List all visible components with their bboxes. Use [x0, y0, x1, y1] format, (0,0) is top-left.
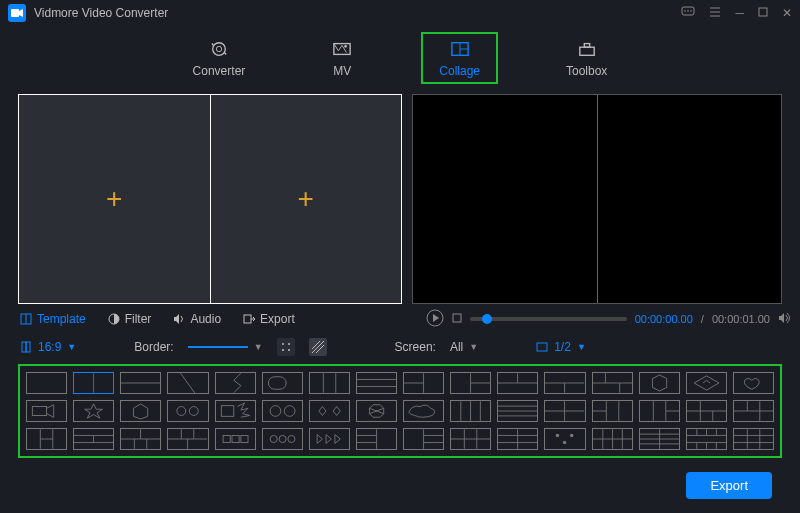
template-item[interactable]	[120, 428, 161, 450]
template-item[interactable]	[73, 400, 114, 422]
maximize-icon[interactable]	[758, 6, 768, 20]
template-item[interactable]	[403, 428, 444, 450]
template-item[interactable]	[26, 372, 67, 394]
template-item[interactable]	[215, 372, 256, 394]
tab-mv-label: MV	[333, 64, 351, 78]
subtab-template-label: Template	[37, 312, 86, 326]
template-item[interactable]	[309, 428, 350, 450]
template-item[interactable]	[592, 400, 633, 422]
template-item[interactable]	[215, 400, 256, 422]
template-item[interactable]	[167, 400, 208, 422]
template-item[interactable]	[356, 372, 397, 394]
sub-tabs: Template Filter Audio Export	[0, 304, 422, 334]
border-label: Border:	[134, 340, 173, 354]
svg-point-9	[213, 43, 226, 56]
tab-collage[interactable]: Collage	[421, 32, 498, 84]
app-title: Vidmore Video Converter	[34, 6, 681, 20]
template-item[interactable]	[497, 400, 538, 422]
tab-toolbox[interactable]: Toolbox	[548, 32, 625, 84]
template-item[interactable]	[26, 400, 67, 422]
template-item[interactable]	[450, 372, 491, 394]
aspect-ratio-select[interactable]: 16:9 ▼	[20, 340, 76, 354]
template-item[interactable]	[497, 372, 538, 394]
template-item[interactable]	[356, 400, 397, 422]
template-item[interactable]	[544, 400, 585, 422]
template-item[interactable]	[403, 372, 444, 394]
close-icon[interactable]: ✕	[782, 6, 792, 20]
stop-button[interactable]	[452, 313, 462, 325]
svg-point-28	[288, 349, 290, 351]
template-item[interactable]	[120, 400, 161, 422]
page-select[interactable]: 1/2 ▼	[536, 340, 586, 354]
tab-mv[interactable]: MV	[313, 32, 371, 84]
template-item[interactable]	[733, 400, 774, 422]
border-pattern-button[interactable]	[309, 338, 327, 356]
template-item[interactable]	[639, 400, 680, 422]
template-item[interactable]	[262, 372, 303, 394]
svg-rect-16	[579, 47, 593, 55]
template-item[interactable]	[450, 400, 491, 422]
template-item[interactable]	[309, 400, 350, 422]
template-item[interactable]	[639, 428, 680, 450]
template-item[interactable]	[73, 372, 114, 394]
subtab-filter[interactable]: Filter	[108, 312, 152, 326]
menu-icon[interactable]	[709, 6, 721, 21]
svg-point-99	[288, 435, 295, 442]
template-item[interactable]	[356, 428, 397, 450]
chat-icon[interactable]	[681, 6, 695, 21]
template-item[interactable]	[686, 400, 727, 422]
play-button[interactable]	[426, 309, 444, 329]
tab-converter[interactable]: Converter	[175, 32, 264, 84]
template-item[interactable]	[120, 372, 161, 394]
subtab-export[interactable]: Export	[243, 312, 295, 326]
template-item[interactable]	[497, 428, 538, 450]
preview-panel	[412, 94, 782, 304]
template-item[interactable]	[262, 400, 303, 422]
chevron-down-icon: ▼	[469, 342, 478, 352]
template-item[interactable]	[686, 372, 727, 394]
template-item[interactable]	[733, 372, 774, 394]
border-select[interactable]: ▼	[188, 342, 263, 352]
svg-point-3	[688, 10, 690, 12]
screen-select[interactable]: All ▼	[450, 340, 478, 354]
svg-rect-17	[584, 44, 589, 48]
titlebar: Vidmore Video Converter ─ ✕	[0, 0, 800, 26]
template-item[interactable]	[167, 372, 208, 394]
svg-point-115	[570, 434, 574, 438]
svg-rect-0	[11, 9, 19, 17]
template-item[interactable]	[592, 372, 633, 394]
template-item[interactable]	[450, 428, 491, 450]
svg-point-4	[691, 10, 693, 12]
svg-rect-20	[244, 315, 251, 323]
page-label: 1/2	[554, 340, 571, 354]
collage-slot-2[interactable]: +	[211, 95, 402, 303]
minimize-icon[interactable]: ─	[735, 6, 744, 20]
template-item[interactable]	[403, 400, 444, 422]
chevron-down-icon: ▼	[577, 342, 586, 352]
template-item[interactable]	[309, 372, 350, 394]
template-item[interactable]	[544, 428, 585, 450]
svg-line-35	[181, 373, 195, 393]
border-color-button[interactable]	[277, 338, 295, 356]
tab-converter-label: Converter	[193, 64, 246, 78]
template-item[interactable]	[544, 372, 585, 394]
footer: Export	[0, 468, 800, 503]
template-item[interactable]	[73, 428, 114, 450]
template-item[interactable]	[733, 428, 774, 450]
template-item[interactable]	[686, 428, 727, 450]
template-item[interactable]	[26, 428, 67, 450]
collage-slot-1[interactable]: +	[19, 95, 211, 303]
preview-progress[interactable]	[470, 317, 627, 321]
volume-icon[interactable]	[778, 312, 792, 326]
template-item[interactable]	[167, 428, 208, 450]
template-item[interactable]	[639, 372, 680, 394]
subtab-template[interactable]: Template	[20, 312, 86, 326]
template-item[interactable]	[262, 428, 303, 450]
template-item[interactable]	[592, 428, 633, 450]
svg-point-10	[216, 46, 221, 51]
export-button[interactable]: Export	[686, 472, 772, 499]
svg-rect-36	[268, 377, 286, 389]
subtab-audio[interactable]: Audio	[173, 312, 221, 326]
options-bar: 16:9 ▼ Border: ▼ Screen: All ▼ 1/2 ▼	[0, 334, 800, 364]
template-item[interactable]	[215, 428, 256, 450]
